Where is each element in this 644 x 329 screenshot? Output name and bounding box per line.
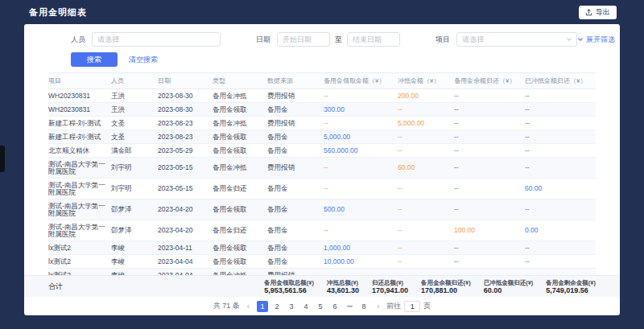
received-cell: 560,000.00	[324, 144, 398, 158]
source-cell: 费用报销	[267, 89, 324, 103]
date-cell: 2023-04-20	[158, 220, 213, 241]
table-header-row: 项目 人员 日期 类型 数据来源 备用金领取金额（¥） 冲抵金额（¥） 备用金余…	[48, 73, 596, 89]
person-cell: 文圣	[111, 117, 158, 130]
summary-stat-label: 归还总额(¥)	[372, 279, 408, 286]
type-cell: 备用金归还	[213, 220, 267, 241]
project-select-wrap	[456, 32, 577, 47]
summary-stat-label: 备用金领取总额(¥)	[264, 279, 314, 286]
balance_return-cell: 100.00	[454, 220, 525, 241]
source-cell: 费用报销	[267, 269, 324, 276]
page-button[interactable]: 2	[271, 301, 283, 312]
col-offset-return: 已冲抵金额归还（¥）	[525, 73, 596, 89]
clear-search-button[interactable]: 清空搜索	[129, 55, 158, 65]
offset_return-cell: --	[525, 241, 596, 255]
project-filter-label: 项目	[436, 35, 450, 45]
received-cell	[324, 269, 398, 276]
offset_return-cell: 60.00	[525, 179, 596, 199]
type-cell: 备用金领取	[213, 103, 267, 117]
summary-row: 合计 备用金领取总额(¥)5,953,561.56冲抵总额(¥)43,601.3…	[24, 275, 620, 297]
summary-stat: 备用金剩余金额(¥)5,749,019.56	[546, 279, 596, 294]
col-type: 类型	[213, 73, 267, 89]
received-cell: --	[324, 179, 398, 199]
table-row[interactable]: lx测试2李峻2023-04-04备用金领取备用金10,000.00------	[48, 255, 596, 269]
balance_return-cell: --	[454, 144, 525, 158]
date-start-input[interactable]	[277, 32, 330, 47]
person-cell: 李峻	[111, 269, 158, 276]
filter-bar: 人员 日期 至 项目 展开筛选	[24, 24, 620, 48]
offset_return-cell: --	[525, 199, 596, 220]
page-button[interactable]: 3	[286, 301, 297, 312]
side-drawer-handle[interactable]	[0, 146, 5, 172]
project-cell: 北京顺义精休	[48, 144, 111, 158]
page-button[interactable]: 8	[358, 301, 369, 312]
page-jump-input[interactable]	[404, 301, 420, 312]
page-jump: 前往 页	[386, 301, 431, 312]
export-button[interactable]: 导出	[579, 6, 617, 19]
person-filter: 人员	[71, 32, 221, 47]
person-select[interactable]	[92, 32, 221, 47]
table-row[interactable]: 新建工程-刘-测试文圣2023-08-23备用金冲抵费用报销--5,000.00…	[48, 117, 596, 130]
balance_return-cell: --	[454, 179, 525, 199]
page-button[interactable]: 1	[257, 301, 268, 312]
project-cell: 测试-南昌大学第一附属医院	[48, 158, 111, 179]
offset_return-cell: --	[525, 89, 596, 103]
table-container: 项目 人员 日期 类型 数据来源 备用金领取金额（¥） 冲抵金额（¥） 备用金余…	[24, 72, 620, 275]
table-row[interactable]: 新建工程-刘-测试文圣2023-08-23备用金领取备用金5,000.00---…	[48, 130, 596, 144]
date-cell: 2023-08-30	[158, 89, 213, 103]
balance_return-cell: --	[454, 158, 525, 179]
balance_return-cell: --	[454, 89, 525, 103]
source-cell: 备用金	[267, 179, 324, 199]
prev-page-button[interactable]: ‹	[246, 302, 251, 310]
page-ellipsis: •••	[344, 301, 355, 312]
project-cell: 测试-南昌大学第一附属医院	[48, 220, 111, 241]
type-cell: 备用金冲抵	[213, 269, 267, 276]
page-button[interactable]: 6	[329, 301, 341, 312]
person-cell: 刘宇明	[111, 158, 158, 179]
balance_return-cell: --	[454, 255, 525, 269]
table-row[interactable]: lx测试2李峻2023-04-04备用金冲抵费用报销	[48, 269, 596, 276]
offset_return-cell: --	[525, 130, 596, 144]
summary-stat-label: 备用金剩余金额(¥)	[546, 279, 596, 286]
summary-stat-label: 已冲抵金额归还(¥)	[484, 279, 534, 286]
date-cell: 2023-04-20	[158, 199, 213, 220]
project-select[interactable]	[456, 32, 577, 47]
summary-stat: 备用金领取总额(¥)5,953,561.56	[264, 279, 314, 294]
offset_return-cell: --	[525, 117, 596, 130]
expand-filter-link[interactable]: 展开筛选	[577, 35, 615, 45]
balance_return-cell: --	[454, 117, 525, 130]
received-cell: 500.00	[324, 199, 398, 220]
received-cell: 10,000.00	[324, 255, 398, 269]
table-row[interactable]: lx测试2李峻2023-04-11备用金领取备用金1,000.00------	[48, 241, 596, 255]
offset-cell: --	[398, 179, 454, 199]
source-cell: 备用金	[267, 220, 324, 241]
offset-cell: --	[398, 103, 454, 117]
next-page-button[interactable]: ›	[375, 302, 381, 310]
type-cell: 备用金领取	[213, 255, 267, 269]
detail-table: 项目 人员 日期 类型 数据来源 备用金领取金额（¥） 冲抵金额（¥） 备用金余…	[48, 72, 596, 275]
table-row[interactable]: 测试-南昌大学第一附属医院刘宇明2023-05-15备用金归还备用金------…	[48, 179, 596, 199]
date-cell: 2023-08-30	[158, 103, 213, 117]
goto-suffix: 页	[423, 301, 431, 311]
table-row[interactable]: WH20230831王洪2023-08-30备用金冲抵费用报销--200.00-…	[48, 89, 596, 103]
project-cell: 测试-南昌大学第一附属医院	[48, 199, 111, 220]
project-cell: 新建工程-刘-测试	[48, 117, 111, 130]
date-end-input[interactable]	[347, 32, 400, 47]
col-source: 数据来源	[267, 73, 324, 89]
table-row[interactable]: 测试-南昌大学第一附属医院邵梦泽2023-04-20备用金领取备用金500.00…	[48, 199, 596, 220]
source-cell: 备用金	[267, 103, 324, 117]
page-title: 备用金明细表	[29, 6, 87, 19]
date-range-separator: 至	[335, 35, 342, 45]
table-row[interactable]: WH20230831王洪2023-08-30备用金领取备用金300.00----…	[48, 103, 596, 117]
search-button[interactable]: 搜索	[71, 52, 118, 67]
table-row[interactable]: 北京顺义精休满金郎2023-05-29备用金领取备用金560,000.00---…	[48, 144, 596, 158]
person-cell: 刘宇明	[111, 179, 158, 199]
project-cell: lx测试2	[48, 269, 111, 276]
summary-stat-value: 170,941.00	[372, 286, 408, 294]
type-cell: 备用金冲抵	[213, 158, 267, 179]
table-row[interactable]: 测试-南昌大学第一附属医院刘宇明2023-05-15备用金冲抵费用报销--60.…	[48, 158, 596, 179]
page-button[interactable]: 4	[300, 301, 312, 312]
type-cell: 备用金领取	[213, 144, 267, 158]
pagination-total: 共 71 条	[213, 301, 240, 311]
table-row[interactable]: 测试-南昌大学第一附属医院邵梦泽2023-04-20备用金归还备用金----10…	[48, 220, 596, 241]
page-button[interactable]: 5	[315, 301, 326, 312]
